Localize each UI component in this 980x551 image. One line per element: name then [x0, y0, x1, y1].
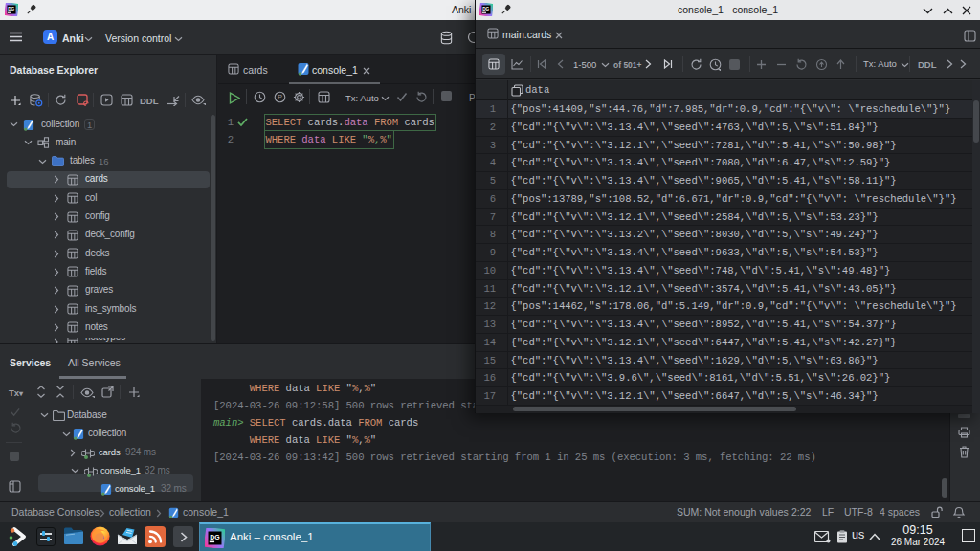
svg-text:DG: DG: [210, 534, 220, 540]
svg-text:DG: DG: [8, 7, 14, 11]
svg-text:P: P: [278, 93, 282, 101]
svg-text:DG: DG: [482, 7, 489, 11]
